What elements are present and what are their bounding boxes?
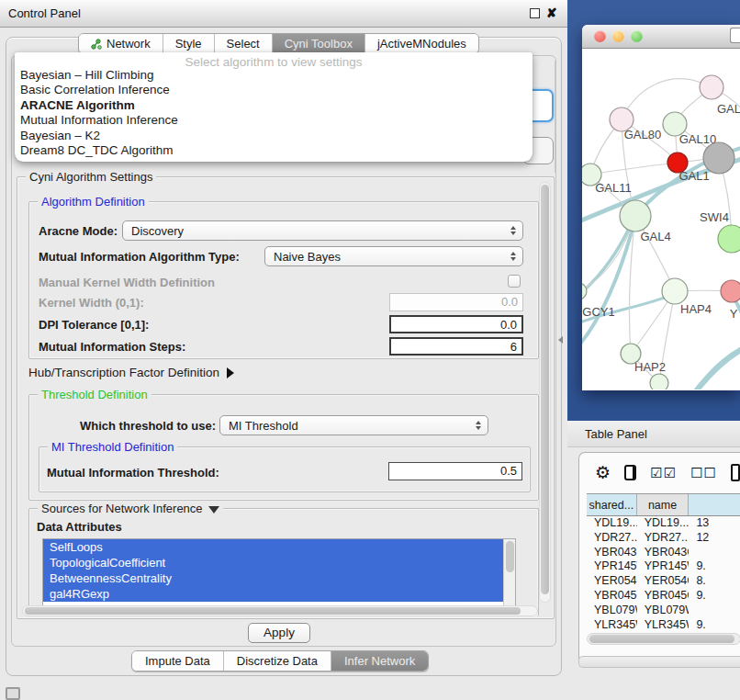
aracne-mode-label: Aracne Mode:	[39, 224, 118, 238]
algorithm-option[interactable]: Mutual Information Inference	[15, 113, 533, 128]
network-view-window: GALGAL80GAL10GAL1GAL11GAL4SWI4GCY1HAP4YH…	[582, 25, 740, 390]
cyni-algorithm-settings-group: Cyni Algorithm Settings Algorithm Defini…	[17, 176, 555, 619]
apply-button[interactable]: Apply	[248, 623, 310, 643]
tab-cyni-toolbox[interactable]: Cyni Toolbox	[273, 34, 365, 53]
table-cell: 9.	[689, 589, 740, 604]
tab-style[interactable]: Style	[163, 34, 215, 53]
table-row[interactable]: YDR27...YDR27...12	[587, 531, 740, 546]
algorithm-option[interactable]: ARACNE Algorithm	[15, 98, 533, 113]
settings-vertical-scrollbar[interactable]	[539, 182, 551, 603]
network-node-swi4[interactable]	[718, 225, 740, 253]
tab-jactivemnodules[interactable]: jActiveMNodules	[365, 34, 478, 53]
tab-label: Cyni Toolbox	[285, 37, 353, 51]
kernel-width-label: Kernel Width (0,1):	[39, 296, 144, 310]
network-window-titlebar[interactable]	[582, 25, 740, 49]
tab-select[interactable]: Select	[215, 34, 273, 53]
node-label: HAP2	[634, 360, 666, 374]
node-label: SWI4	[700, 210, 729, 224]
table-row[interactable]: YPR145WYPR145W9.	[587, 559, 740, 574]
network-icon	[91, 39, 102, 50]
node-table-card: ⚙ ☑☑ ☐☐ shared...nameYDL19...YDL19...13Y…	[578, 452, 740, 663]
node-attribute-table: shared...nameYDL19...YDL19...13YDR27...Y…	[587, 493, 740, 638]
network-node-hap4[interactable]	[662, 278, 688, 304]
algorithm-option[interactable]: Dream8 DC_TDC Algorithm	[15, 143, 533, 158]
table-cell: YBR043C	[637, 546, 690, 560]
data-attributes-list[interactable]: SelfLoopsTopologicalCoefficientBetweenne…	[42, 538, 516, 608]
which-threshold-value: MI Threshold	[220, 419, 473, 433]
data-attribute-item[interactable]: SelfLoops	[43, 539, 515, 555]
split-columns-icon[interactable]	[624, 465, 636, 480]
algorithm-option[interactable]: Bayesian – K2	[15, 129, 533, 143]
threshold-definition-title: Threshold Definition	[38, 388, 151, 401]
table-cell: 8.	[689, 574, 740, 589]
minimize-window-icon[interactable]	[612, 30, 624, 42]
table-row[interactable]: YBR045CYBR045C9.	[587, 589, 740, 604]
manual-kernel-width-checkbox[interactable]	[508, 275, 521, 288]
table-cell	[689, 604, 740, 618]
network-node[interactable]	[703, 142, 734, 174]
network-node-gal[interactable]	[700, 75, 723, 99]
table-cell: YBL079W	[637, 604, 690, 618]
network-node[interactable]	[650, 374, 668, 390]
dpi-tolerance-input[interactable]: 0.0	[389, 315, 523, 333]
minimized-panel-icon[interactable]	[6, 687, 20, 700]
kernel-width-input[interactable]: 0.0	[389, 293, 523, 311]
tab-label: Select	[227, 37, 260, 51]
table-cell: YPR145W	[637, 559, 690, 574]
deselect-all-icon[interactable]: ☐☐	[690, 465, 717, 481]
attributes-scrollbar[interactable]	[503, 539, 515, 608]
hub-definition-expander[interactable]: Hub/Transcription Factor Definition	[28, 366, 234, 379]
network-edge	[692, 344, 740, 390]
sources-group-title[interactable]: Sources for Network Inference	[38, 502, 223, 515]
table-horizontal-scrollbar[interactable]	[587, 633, 740, 645]
tab-label: Network	[107, 37, 151, 51]
zoom-window-icon[interactable]	[631, 30, 643, 42]
close-panel-icon[interactable]: ✘	[546, 6, 559, 19]
mi-algorithm-type-combobox[interactable]: Naive Bayes	[264, 246, 523, 266]
data-attribute-item[interactable]: TopologicalCoefficient	[43, 555, 515, 570]
combo-stepper-icon	[508, 226, 522, 235]
export-table-icon[interactable]	[731, 464, 740, 481]
network-node-gal4[interactable]	[620, 200, 651, 231]
table-row[interactable]: YLR345WYLR345W9.	[587, 618, 740, 633]
mi-steps-input[interactable]: 6	[389, 337, 523, 356]
float-window-icon[interactable]	[530, 8, 540, 18]
column-header-name[interactable]: name	[637, 494, 690, 515]
table-row[interactable]: YDL19...YDL19...13	[587, 516, 740, 531]
table-row[interactable]: YBL079WYBL079W	[587, 604, 740, 618]
data-attributes-label: Data Attributes	[37, 520, 122, 534]
data-attribute-item[interactable]: BetweennessCentrality	[43, 570, 515, 586]
network-node-y[interactable]	[721, 280, 740, 302]
column-header-shared...[interactable]: shared...	[587, 494, 637, 515]
mi-steps-label: Mutual Information Steps:	[39, 340, 185, 354]
mi-threshold-input[interactable]: 0.5	[388, 462, 522, 480]
tab-discretize-data[interactable]: Discretize Data	[224, 651, 331, 671]
aracne-mode-combobox[interactable]: Discovery	[122, 220, 523, 241]
settings-horizontal-scrollbar[interactable]	[22, 605, 538, 616]
panel-splitter-handle[interactable]	[558, 336, 563, 344]
node-label: GCY1	[582, 305, 614, 319]
which-threshold-combobox[interactable]: MI Threshold	[219, 415, 488, 435]
select-all-icon[interactable]: ☑☑	[650, 465, 677, 481]
close-window-icon[interactable]	[594, 30, 606, 42]
tab-impute-data[interactable]: Impute Data	[132, 651, 224, 671]
control-panel-titlebar: Control Panel ✘	[0, 0, 567, 28]
tab-network[interactable]: Network	[79, 34, 163, 53]
panel-border-fragment	[555, 61, 555, 173]
network-overview-toggle[interactable]	[730, 28, 740, 43]
which-threshold-label: Which threshold to use:	[80, 419, 216, 433]
data-attribute-item[interactable]: gal4RGexp	[43, 586, 515, 602]
table-cell: YLR345W	[587, 618, 637, 633]
tab-infer-network[interactable]: Infer Network	[331, 651, 428, 671]
column-header-hidden[interactable]	[689, 494, 740, 515]
algorithm-option[interactable]: Basic Correlation Inference	[15, 83, 533, 97]
collapsed-status-strip	[578, 656, 740, 668]
table-row[interactable]: YBR043CYBR043C	[587, 546, 740, 560]
network-canvas[interactable]: GALGAL80GAL10GAL1GAL11GAL4SWI4GCY1HAP4YH…	[582, 49, 740, 390]
mi-threshold-definition-title: MI Threshold Definition	[48, 440, 177, 454]
network-node-gcy1[interactable]	[582, 283, 587, 299]
tab-label: Style	[175, 37, 202, 51]
algorithm-option[interactable]: Bayesian – Hill Climbing	[15, 68, 533, 83]
table-row[interactable]: YER054CYER054C8.	[587, 574, 740, 589]
settings-gear-icon[interactable]: ⚙	[595, 464, 611, 481]
